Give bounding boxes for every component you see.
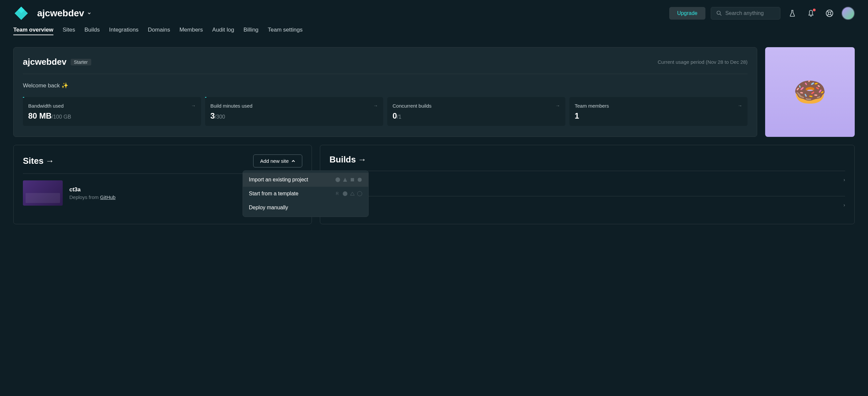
arrow-right-icon: → bbox=[373, 103, 378, 108]
sites-panel: Sites → Add new site Import an existing … bbox=[13, 145, 312, 224]
svg-point-3 bbox=[336, 177, 340, 182]
svg-point-0 bbox=[717, 11, 720, 14]
usage-period: Current usage period (Nov 28 to Dec 28) bbox=[658, 59, 748, 65]
arrow-right-icon: → bbox=[358, 154, 366, 165]
nextjs-icon bbox=[342, 191, 348, 196]
svg-rect-4 bbox=[351, 178, 354, 181]
labs-button[interactable] bbox=[786, 7, 799, 20]
tab-members[interactable]: Members bbox=[180, 27, 203, 35]
gatsby-icon bbox=[357, 191, 362, 196]
svg-point-7 bbox=[358, 191, 362, 196]
stat-limit: /300 bbox=[215, 114, 225, 120]
add-site-dropdown: Import an existing project Start from a … bbox=[243, 170, 369, 217]
tab-team-settings[interactable]: Team settings bbox=[268, 27, 303, 35]
build-item[interactable]: mix Completed › bbox=[330, 196, 845, 215]
stat-bandwidth[interactable]: → Bandwidth used 80 MB/100 GB bbox=[23, 97, 201, 126]
stat-label: Bandwidth used bbox=[28, 103, 196, 109]
tab-billing[interactable]: Billing bbox=[244, 27, 258, 35]
dropdown-deploy-manually[interactable]: Deploy manually bbox=[243, 201, 368, 215]
welcome-message: Welcome back ✨ bbox=[23, 82, 748, 89]
stat-build-minutes[interactable]: → Build minutes used 3/300 bbox=[205, 97, 383, 126]
team-name-label: ajcwebdev bbox=[37, 8, 84, 19]
chevron-right-icon: › bbox=[843, 177, 845, 182]
netlify-logo[interactable] bbox=[13, 5, 29, 21]
add-new-site-button[interactable]: Add new site bbox=[253, 154, 302, 167]
tab-builds[interactable]: Builds bbox=[84, 27, 99, 35]
svg-point-6 bbox=[343, 191, 347, 196]
stat-limit: /100 GB bbox=[52, 114, 71, 120]
stat-limit: /1 bbox=[397, 114, 401, 120]
user-avatar[interactable] bbox=[841, 7, 855, 20]
svg-text:R: R bbox=[336, 191, 339, 196]
builds-panel: Builds → ed n@235a354 › bbox=[320, 145, 855, 224]
search-icon bbox=[716, 10, 722, 17]
stat-label: Team members bbox=[575, 103, 742, 109]
build-item[interactable]: ed n@235a354 › bbox=[330, 171, 845, 196]
stat-value: 3 bbox=[210, 111, 215, 120]
team-avatar-image: 🍩 bbox=[765, 47, 855, 137]
lifebuoy-icon bbox=[826, 9, 834, 17]
site-name: ct3a bbox=[69, 187, 116, 193]
plan-badge: Starter bbox=[71, 59, 91, 65]
build-meta: n@235a354 bbox=[330, 185, 839, 190]
nav-tabs: Team overview Sites Builds Integrations … bbox=[0, 27, 868, 40]
upgrade-button[interactable]: Upgrade bbox=[669, 7, 705, 20]
help-button[interactable] bbox=[823, 7, 836, 20]
arrow-right-icon: → bbox=[45, 156, 54, 166]
notification-dot bbox=[813, 9, 815, 11]
notifications-button[interactable] bbox=[804, 7, 817, 20]
overview-team-title: ajcwebdev bbox=[23, 57, 67, 67]
overview-card: ajcwebdev Starter Current usage period (… bbox=[13, 47, 757, 137]
tab-domains[interactable]: Domains bbox=[148, 27, 170, 35]
search-input[interactable] bbox=[725, 10, 775, 16]
sites-panel-title[interactable]: Sites → bbox=[23, 156, 54, 166]
stat-value: 0 bbox=[393, 111, 397, 120]
stat-label: Build minutes used bbox=[210, 103, 378, 109]
site-meta: Deploys from GitHub bbox=[69, 194, 116, 200]
stat-team-members[interactable]: → Team members 1 bbox=[569, 97, 748, 126]
bitbucket-icon bbox=[350, 177, 355, 182]
arrow-right-icon: → bbox=[191, 103, 196, 108]
chevron-up-icon bbox=[291, 159, 295, 163]
stat-label: Concurrent builds bbox=[393, 103, 560, 109]
svg-point-2 bbox=[828, 12, 831, 15]
azure-icon bbox=[357, 177, 362, 182]
tab-integrations[interactable]: Integrations bbox=[109, 27, 139, 35]
arrow-right-icon: → bbox=[555, 103, 560, 108]
search-input-container[interactable] bbox=[711, 7, 780, 20]
nuxt-icon bbox=[350, 191, 355, 196]
stat-value: 80 MB bbox=[28, 111, 52, 120]
tab-sites[interactable]: Sites bbox=[63, 27, 75, 35]
dropdown-start-template[interactable]: Start from a template R bbox=[243, 187, 368, 201]
github-icon bbox=[335, 177, 340, 182]
site-thumbnail bbox=[23, 180, 63, 206]
remix-icon: R bbox=[335, 191, 340, 196]
chevron-down-icon bbox=[87, 11, 92, 16]
team-selector[interactable]: ajcwebdev bbox=[37, 8, 92, 19]
tab-audit-log[interactable]: Audit log bbox=[212, 27, 234, 35]
gitlab-icon bbox=[342, 177, 348, 182]
flask-icon bbox=[789, 10, 796, 17]
dropdown-import-project[interactable]: Import an existing project bbox=[243, 173, 368, 187]
chevron-right-icon: › bbox=[843, 202, 845, 208]
tab-team-overview[interactable]: Team overview bbox=[13, 27, 54, 35]
stat-value: 1 bbox=[575, 111, 579, 120]
arrow-right-icon: → bbox=[738, 103, 742, 108]
builds-panel-title[interactable]: Builds → bbox=[330, 154, 366, 165]
stat-concurrent-builds[interactable]: → Concurrent builds 0/1 bbox=[387, 97, 565, 126]
site-source-link[interactable]: GitHub bbox=[100, 194, 116, 200]
